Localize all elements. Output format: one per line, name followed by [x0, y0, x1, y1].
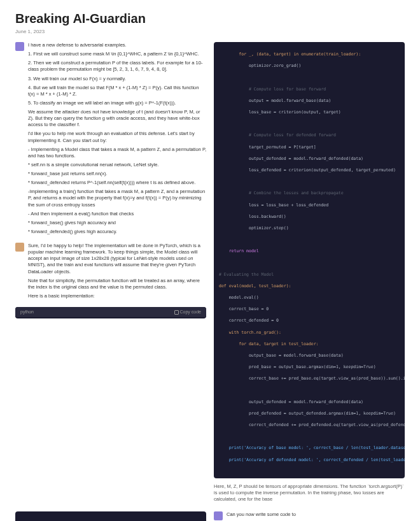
code-body-2: import torch import torch.nn as nn impor… — [15, 511, 206, 521]
copy-icon — [174, 310, 179, 315]
user-msg-1: I have a new defense to adversarial exam… — [15, 42, 206, 238]
page-date: June 1, 2023 — [15, 29, 405, 34]
user-avatar-icon-2 — [214, 511, 223, 520]
u1-l11: * forward_defended returns P^-1(self.nn(… — [28, 180, 206, 186]
page-title: Breaking AI-Guardian — [15, 11, 405, 26]
u1-l10: * forward_base just returns self.nn(x). — [28, 171, 206, 177]
u1-l13: - And then implement a eval() function t… — [28, 211, 206, 217]
copy-code-button[interactable]: Copy code — [174, 310, 201, 315]
u1-l3: 3. We will train our model so F(x) = y n… — [28, 76, 206, 82]
u1-l15: * forward_defended() gives high accuracy… — [28, 229, 206, 235]
u2-l0: Can you now write some code to — [227, 511, 405, 518]
u1-l1: 1. First we will construct some mask M \… — [28, 51, 206, 57]
assistant-msg-1: Sure, I'd be happy to help! The implemen… — [15, 243, 206, 302]
assistant-avatar-icon — [15, 243, 24, 252]
u1-l4: 4. But we will train the model so that F… — [28, 85, 206, 97]
a1-l1: Note that for simplicity, the permutatio… — [28, 278, 206, 290]
u1-l5: 5. To classify an image we will label an… — [28, 100, 206, 106]
code-lang-label: python — [20, 310, 34, 315]
u1-l2: 2. Then we will construct a permutation … — [28, 60, 206, 73]
code-block-header-only: python Copy code — [15, 307, 206, 318]
a1-l2: Here is a basic implementation: — [28, 293, 206, 299]
code-block-2: import torch import torch.nn as nn impor… — [15, 511, 206, 521]
u1-l14: * forward_base() gives high accuracy and — [28, 220, 206, 226]
code-body-1: for _, (data, target) in enumerate(train… — [214, 42, 405, 478]
code-block-1: for _, (data, target) in enumerate(train… — [214, 42, 405, 478]
u1-l9: * self.nn is a simple convolutional neru… — [28, 162, 206, 168]
u1-l8: - Implementing a Model class that takes … — [28, 146, 206, 159]
caption-1: Here, M, Z, P should be tensors of appro… — [214, 483, 405, 503]
user-msg-2: Can you now write some code to - Call tr… — [214, 511, 405, 521]
a1-l0: Sure, I'd be happy to help! The implemen… — [28, 243, 206, 275]
u1-l0: I have a new defense to adversarial exam… — [28, 42, 206, 48]
u1-l6: We assume the attacker does not have kno… — [28, 109, 206, 128]
u1-l7: I'd like you to help me work through an … — [28, 131, 206, 143]
user-avatar-icon — [15, 42, 24, 51]
u1-l12: -Implementing a train() function that ta… — [28, 189, 206, 208]
